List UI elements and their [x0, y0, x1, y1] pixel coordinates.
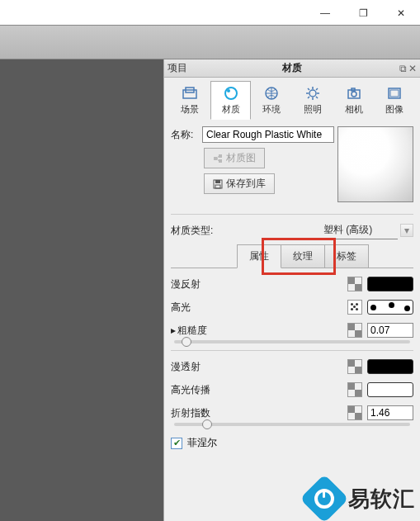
panel-close-button[interactable]: ✕ [408, 63, 417, 74]
svg-rect-12 [219, 154, 222, 158]
viewport-3d[interactable] [0, 59, 163, 521]
svg-rect-15 [215, 180, 220, 183]
fresnel-label: 菲涅尔 [187, 436, 217, 450]
graph-icon [213, 154, 223, 163]
tab-camera-label: 相机 [345, 103, 363, 116]
panel-header: 项目 材质 ⧉ ✕ [164, 59, 420, 78]
tab-environment-label: 环境 [262, 103, 281, 116]
svg-point-5 [309, 90, 316, 97]
window-maximize-button[interactable]: ❐ [344, 2, 382, 25]
refraction-value-input[interactable] [367, 405, 413, 420]
sub-tabs: 属性 纹理 标签 [171, 244, 413, 268]
watermark-logo-icon [300, 474, 348, 521]
spec-trans-color-swatch[interactable] [367, 382, 413, 397]
image-icon [386, 85, 403, 102]
tab-image-label: 图像 [385, 103, 403, 116]
save-to-library-button[interactable]: 保存到库 [204, 173, 275, 194]
project-label[interactable]: 项目 [168, 61, 187, 75]
svg-rect-16 [215, 185, 220, 188]
tab-lighting-label: 照明 [304, 103, 322, 116]
material-name-input[interactable] [202, 126, 334, 143]
window-minimize-button[interactable]: — [306, 2, 344, 25]
roughness-texture-button[interactable] [347, 323, 362, 338]
tab-scene-label: 场景 [181, 103, 199, 116]
material-preview-sphere[interactable] [337, 126, 413, 202]
refraction-slider[interactable] [174, 423, 410, 426]
fresnel-checkbox[interactable]: ✔ [171, 438, 182, 449]
tab-scene[interactable]: 场景 [169, 81, 210, 120]
expand-triangle-icon[interactable]: ▸ [171, 324, 176, 336]
roughness-value-input[interactable] [367, 323, 413, 338]
watermark: 易软汇 [307, 481, 415, 516]
tab-camera[interactable]: 相机 [333, 81, 375, 120]
material-graph-button[interactable]: 材质图 [204, 148, 265, 168]
window-titlebar: — ❐ ✕ [0, 0, 420, 25]
material-panel: 项目 材质 ⧉ ✕ 场景 材质 环境 照明 [163, 59, 420, 521]
svg-point-3 [227, 89, 230, 92]
tab-image[interactable]: 图像 [374, 81, 415, 120]
subtab-properties[interactable]: 属性 [237, 244, 281, 268]
material-type-select[interactable]: 塑料 (高级) [323, 221, 398, 239]
refraction-texture-button[interactable] [347, 405, 362, 420]
specular-texture-button[interactable] [347, 300, 362, 315]
subtab-labels[interactable]: 标签 [324, 244, 369, 268]
panel-title: 材质 [282, 61, 302, 75]
dropdown-arrow-icon[interactable]: ▾ [400, 224, 413, 237]
spec-trans-texture-button[interactable] [347, 382, 362, 397]
svg-point-2 [225, 88, 237, 99]
main-tabs: 场景 材质 环境 照明 相机 图像 [164, 78, 420, 120]
svg-point-7 [352, 92, 356, 97]
scene-icon [182, 85, 198, 102]
specular-color-swatch[interactable] [367, 300, 413, 315]
diffuse-trans-color-swatch[interactable] [367, 359, 413, 374]
tab-material[interactable]: 材质 [210, 81, 252, 120]
app-toolbar [0, 25, 420, 59]
environment-icon [263, 85, 280, 102]
tab-lighting[interactable]: 照明 [292, 81, 333, 120]
diffuse-transmission-label: 漫透射 [171, 360, 347, 374]
refraction-index-label: 折射指数 [171, 406, 347, 420]
roughness-slider[interactable] [174, 340, 410, 343]
roughness-label: ▸粗糙度 [171, 324, 347, 338]
tab-environment[interactable]: 环境 [251, 81, 292, 120]
subtab-texture[interactable]: 纹理 [281, 244, 325, 268]
specular-label: 高光 [171, 301, 347, 315]
window-close-button[interactable]: ✕ [382, 2, 420, 25]
camera-icon [346, 85, 362, 102]
diffuse-color-swatch[interactable] [367, 277, 413, 291]
svg-rect-10 [390, 90, 399, 97]
specular-transmission-label: 高光传播 [171, 383, 347, 397]
svg-rect-11 [214, 157, 217, 160]
save-icon [213, 179, 223, 189]
lighting-icon [304, 85, 321, 102]
material-type-label: 材质类型: [171, 224, 323, 238]
svg-rect-13 [219, 159, 222, 163]
name-label: 名称: [171, 128, 202, 142]
watermark-text: 易软汇 [348, 485, 415, 514]
diffuse-texture-button[interactable] [347, 277, 362, 291]
material-icon [223, 85, 239, 102]
diffuse-label: 漫反射 [171, 277, 347, 291]
tab-material-label: 材质 [222, 103, 240, 116]
diffuse-trans-texture-button[interactable] [347, 359, 362, 374]
panel-detach-button[interactable]: ⧉ [399, 63, 407, 74]
